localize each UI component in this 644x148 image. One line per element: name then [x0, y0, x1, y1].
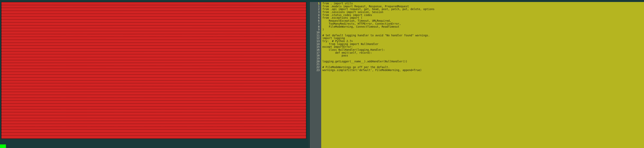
- code-line: from logging import NullHandler: [322, 43, 644, 46]
- line-number: 12: [310, 37, 320, 40]
- line-number: 14: [310, 43, 320, 46]
- deleted-line: [2, 81, 306, 83]
- deleted-line: [2, 75, 306, 78]
- code-line: warnings.simplefilter('default', FileMod…: [322, 69, 644, 72]
- deleted-line: [2, 69, 306, 72]
- line-number: 13: [310, 40, 320, 43]
- deleted-line: [2, 8, 306, 11]
- line-number: 10: [310, 31, 320, 34]
- deleted-line: [2, 63, 306, 66]
- deleted-line: [2, 107, 306, 109]
- line-number: 15: [310, 45, 320, 48]
- deleted-line: [2, 17, 306, 20]
- line-number: 18: [310, 54, 320, 57]
- line-number: 19: [310, 57, 320, 60]
- code-line: from .exceptions import (: [322, 16, 644, 19]
- code-line: TooManyRedirects, HTTPError, ConnectionE…: [322, 22, 644, 25]
- deleted-line: [2, 34, 306, 37]
- deleted-line: [2, 72, 306, 75]
- code-line: logging.getLogger(__name__).addHandler(N…: [322, 60, 644, 63]
- deleted-line: [2, 26, 306, 28]
- code-line: FileModeWarning, ConnectTimeout, ReadTim…: [322, 25, 644, 28]
- code-line: except ImportError:: [322, 45, 644, 48]
- deleted-lines-block: [1, 2, 306, 139]
- deleted-line: [2, 37, 306, 40]
- deleted-line: [2, 118, 306, 121]
- deleted-line: [2, 40, 306, 43]
- line-number: 20: [310, 60, 320, 63]
- deleted-line: [2, 43, 306, 46]
- deleted-line: [2, 14, 306, 17]
- code-line: from .status_codes import codes: [322, 14, 644, 17]
- deleted-line: [2, 135, 306, 138]
- code-line: [322, 63, 644, 66]
- line-number: 16: [310, 48, 320, 51]
- deleted-line: [2, 52, 306, 54]
- line-number: 11: [310, 34, 320, 37]
- deleted-line: [2, 2, 306, 5]
- line-number: 17: [310, 51, 320, 54]
- deleted-line: [2, 28, 306, 31]
- code-line: pass: [322, 54, 644, 57]
- line-number: 21: [310, 63, 320, 66]
- deleted-line: [2, 46, 306, 49]
- deleted-line: [2, 124, 306, 127]
- deleted-line: [2, 109, 306, 112]
- code-line: import logging: [322, 37, 644, 40]
- code-line: from . import utils: [322, 2, 644, 5]
- deleted-line: [2, 98, 306, 101]
- deleted-line: [2, 104, 306, 107]
- line-number: 7: [310, 22, 320, 25]
- code-line: from .api import request, get, head, pos…: [322, 8, 644, 11]
- code-area[interactable]: from . import utilsfrom .models import R…: [321, 2, 644, 148]
- deleted-line: [2, 5, 306, 8]
- line-number-current: 1: [310, 2, 320, 5]
- code-line: try: # Python 2.7+: [322, 40, 644, 43]
- code-line: from .sessions import session, Session: [322, 11, 644, 14]
- deleted-line: [2, 57, 306, 60]
- line-number: 5: [310, 16, 320, 19]
- deleted-line: [2, 23, 306, 26]
- code-line: [322, 57, 644, 60]
- deleted-line: [2, 86, 306, 89]
- line-number: 4: [310, 14, 320, 17]
- code-line: ): [322, 28, 644, 31]
- code-line: # FileModeWarnings go off per the defaul…: [322, 66, 644, 69]
- code-line: from .models import Request, Response, P…: [322, 5, 644, 8]
- line-number: 9: [310, 28, 320, 31]
- line-number: 22: [310, 66, 320, 69]
- right-pane[interactable]: 11234567891011121314151617181920212223 f…: [310, 0, 644, 148]
- deleted-line: [2, 101, 306, 104]
- deleted-line: [2, 127, 306, 130]
- line-number: 23: [310, 69, 320, 72]
- splitter-bar: [308, 2, 309, 148]
- deleted-line: [2, 20, 306, 23]
- deleted-line: [2, 133, 306, 135]
- deleted-line: [2, 89, 306, 92]
- line-number: 1: [310, 5, 320, 8]
- deleted-line: [2, 121, 306, 124]
- code-line: def emit(self, record):: [322, 51, 644, 54]
- code-line: class NullHandler(logging.Handler):: [322, 48, 644, 51]
- line-number: 8: [310, 25, 320, 28]
- line-number-gutter: 11234567891011121314151617181920212223: [310, 2, 321, 148]
- deleted-line: [2, 11, 306, 14]
- deleted-line: [2, 83, 306, 86]
- vimdiff-window: 11234567891011121314151617181920212223 f…: [0, 0, 644, 148]
- line-number: 3: [310, 11, 320, 14]
- line-number: 6: [310, 19, 320, 22]
- vertical-splitter[interactable]: [308, 0, 310, 148]
- code-line: [322, 31, 644, 34]
- code-line: RequestException, Timeout, URLRequired,: [322, 19, 644, 22]
- deleted-line: [2, 31, 306, 34]
- deleted-line: [2, 115, 306, 118]
- deleted-line: [2, 66, 306, 69]
- deleted-line: [2, 60, 306, 63]
- status-indicator: [0, 144, 6, 148]
- deleted-line: [2, 112, 306, 115]
- deleted-line: [2, 54, 306, 57]
- line-number: 2: [310, 8, 320, 11]
- deleted-line: [2, 130, 306, 133]
- deleted-line: [2, 95, 306, 98]
- left-pane[interactable]: [0, 0, 308, 148]
